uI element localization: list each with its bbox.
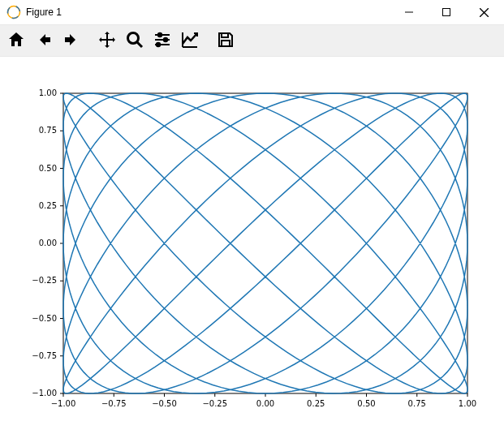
svg-text:−1.00: −1.00	[32, 389, 57, 397]
maximize-button[interactable]	[428, 0, 465, 24]
svg-point-11	[164, 37, 167, 41]
forward-button[interactable]	[58, 28, 84, 54]
svg-rect-14	[222, 33, 228, 37]
svg-line-7	[137, 42, 142, 47]
svg-text:−1.00: −1.00	[51, 399, 76, 408]
app-icon	[6, 5, 21, 19]
svg-text:1.00: 1.00	[459, 399, 476, 408]
figure-window: Figure 1	[0, 0, 504, 434]
save-button[interactable]	[213, 28, 239, 54]
svg-text:−0.25: −0.25	[202, 399, 227, 408]
svg-text:0.75: 0.75	[408, 399, 426, 408]
svg-point-13	[157, 42, 160, 45]
minimize-button[interactable]	[390, 0, 428, 24]
svg-rect-3	[443, 9, 450, 16]
move-icon	[97, 30, 117, 52]
svg-text:0.00: 0.00	[256, 399, 274, 408]
toolbar	[0, 24, 504, 57]
close-button[interactable]	[465, 0, 502, 24]
arrow-right-icon	[62, 30, 81, 52]
save-icon	[216, 30, 235, 52]
svg-text:0.25: 0.25	[307, 399, 325, 408]
svg-text:−0.50: −0.50	[152, 399, 177, 408]
svg-text:−0.50: −0.50	[32, 314, 57, 323]
toolbar-separator	[205, 28, 211, 54]
svg-text:1.00: 1.00	[39, 88, 57, 97]
svg-text:0.00: 0.00	[39, 238, 57, 247]
svg-point-1	[6, 5, 21, 19]
sliders-icon	[153, 30, 172, 52]
configure-button[interactable]	[149, 28, 175, 54]
arrow-left-icon	[34, 30, 54, 52]
toolbar-separator	[86, 28, 93, 54]
magnifier-icon	[125, 30, 144, 52]
svg-text:−0.25: −0.25	[32, 276, 57, 285]
lissajous-plot: −1.00−0.75−0.50−0.250.000.250.500.751.00…	[0, 57, 504, 434]
svg-text:0.50: 0.50	[39, 164, 57, 173]
svg-text:0.75: 0.75	[39, 126, 57, 135]
svg-point-6	[128, 32, 139, 43]
svg-rect-15	[222, 41, 230, 46]
svg-text:−0.75: −0.75	[32, 351, 57, 360]
home-button[interactable]	[3, 28, 29, 54]
lissajous-curve	[63, 93, 467, 393]
pan-button[interactable]	[94, 28, 120, 54]
back-button[interactable]	[31, 28, 57, 54]
window-title: Figure 1	[26, 6, 390, 18]
svg-text:−0.75: −0.75	[101, 399, 127, 408]
svg-text:0.50: 0.50	[357, 399, 375, 408]
edit-axis-button[interactable]	[177, 28, 203, 54]
plot-area[interactable]: −1.00−0.75−0.50−0.250.000.250.500.751.00…	[0, 57, 504, 434]
svg-point-9	[158, 32, 162, 36]
chart-line-icon	[180, 30, 200, 52]
home-icon	[6, 30, 26, 52]
zoom-button[interactable]	[122, 28, 148, 54]
svg-text:0.25: 0.25	[39, 201, 57, 210]
titlebar: Figure 1	[0, 0, 504, 24]
